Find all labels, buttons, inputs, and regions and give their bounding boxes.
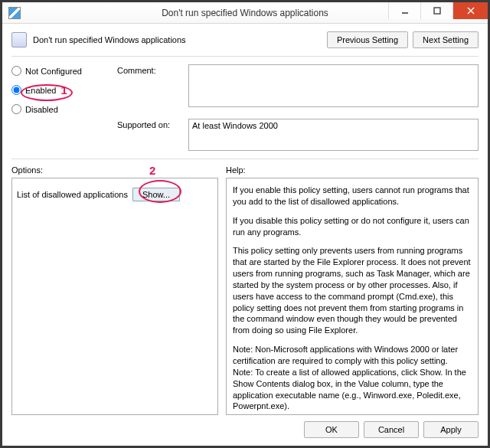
apply-button[interactable]: Apply bbox=[423, 421, 479, 438]
help-label: Help: bbox=[226, 165, 479, 175]
radio-enabled[interactable]: Enabled bbox=[11, 85, 56, 95]
minimize-button[interactable] bbox=[388, 2, 420, 19]
radio-disabled-input[interactable] bbox=[11, 104, 21, 114]
next-setting-button[interactable]: Next Setting bbox=[413, 31, 479, 48]
policy-icon bbox=[11, 32, 27, 47]
radio-disabled-label: Disabled bbox=[25, 105, 58, 114]
supported-on-field bbox=[188, 119, 479, 151]
comment-label: Comment: bbox=[117, 64, 182, 75]
divider-2 bbox=[11, 159, 479, 159]
ok-button[interactable]: OK bbox=[304, 421, 359, 438]
comment-field[interactable] bbox=[188, 64, 479, 107]
radio-disabled[interactable]: Disabled bbox=[11, 104, 111, 114]
help-text-p4: Note: Non-Microsoft applications with Wi… bbox=[233, 344, 472, 412]
options-panel: List of disallowed applications Show... bbox=[11, 178, 218, 415]
policy-title: Don't run specified Windows applications bbox=[33, 35, 186, 44]
radio-not-configured-label: Not Configured bbox=[25, 67, 82, 76]
disallowed-list-label: List of disallowed applications bbox=[17, 190, 128, 199]
cancel-button[interactable]: Cancel bbox=[364, 421, 419, 438]
minimize-icon bbox=[401, 7, 409, 15]
supported-on-label: Supported on: bbox=[117, 119, 182, 129]
help-text-p2: If you disable this policy setting or do… bbox=[233, 215, 472, 238]
help-text-p1: If you enable this policy setting, users… bbox=[233, 185, 472, 208]
close-button[interactable] bbox=[452, 2, 488, 19]
radio-enabled-input[interactable] bbox=[11, 85, 21, 95]
svg-rect-1 bbox=[434, 8, 440, 14]
maximize-icon bbox=[433, 7, 441, 15]
radio-not-configured[interactable]: Not Configured bbox=[11, 66, 111, 76]
window-controls bbox=[388, 2, 488, 19]
maximize-button[interactable] bbox=[420, 2, 452, 19]
radio-enabled-label: Enabled bbox=[25, 86, 56, 95]
show-button[interactable]: Show... bbox=[132, 188, 180, 201]
divider bbox=[11, 56, 479, 57]
radio-not-configured-input[interactable] bbox=[11, 66, 21, 76]
help-panel[interactable]: If you enable this policy setting, users… bbox=[226, 178, 479, 415]
help-text-p3: This policy setting only prevents users … bbox=[233, 245, 472, 336]
titlebar: Don't run specified Windows applications bbox=[2, 2, 488, 24]
annotation-2: 2 bbox=[149, 164, 155, 177]
previous-setting-button[interactable]: Previous Setting bbox=[327, 31, 408, 48]
annotation-1: 1 bbox=[60, 83, 67, 96]
close-icon bbox=[467, 7, 475, 15]
options-label: Options: bbox=[11, 165, 218, 175]
